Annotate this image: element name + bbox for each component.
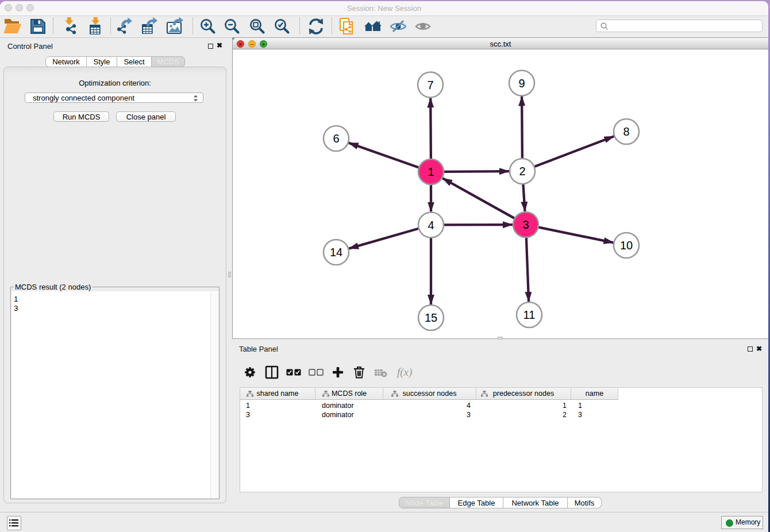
svg-text:11: 11 xyxy=(523,309,536,321)
svg-text:14: 14 xyxy=(330,246,342,259)
svg-text:15: 15 xyxy=(425,311,437,324)
svg-text:1: 1 xyxy=(428,165,434,178)
svg-text:2: 2 xyxy=(519,165,525,178)
svg-text:9: 9 xyxy=(518,77,525,90)
svg-text:4: 4 xyxy=(428,219,434,232)
svg-text:8: 8 xyxy=(623,125,629,138)
svg-text:7: 7 xyxy=(427,79,433,91)
svg-text:3: 3 xyxy=(522,218,529,231)
svg-text:10: 10 xyxy=(620,239,633,252)
svg-text:6: 6 xyxy=(333,132,339,145)
